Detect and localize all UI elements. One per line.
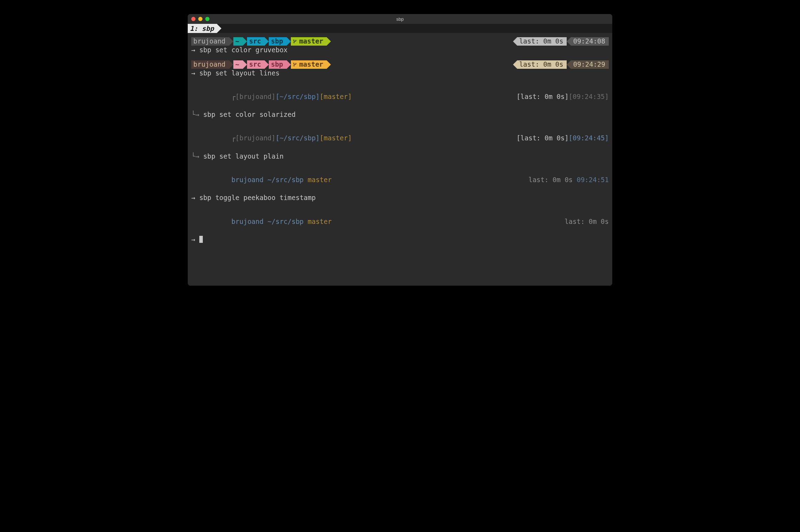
segment-user: [brujoand] xyxy=(235,93,275,100)
segment-home: ~ xyxy=(233,37,243,46)
segment-user: brujoand xyxy=(231,176,264,184)
segment-git-branch: master xyxy=(308,218,332,225)
segment-last-duration: [last: 0m 0s] xyxy=(516,93,569,100)
titlebar: sbp xyxy=(188,14,612,24)
command-text: sbp set layout lines xyxy=(199,69,280,77)
segment-last-duration: last: 0m 0s xyxy=(517,60,567,69)
command-line: → sbp set layout lines xyxy=(191,69,609,78)
prompt-block-3: ┌[brujoand][~/src/sbp][master] [last: 0m… xyxy=(191,125,609,161)
traffic-lights xyxy=(191,17,209,21)
segment-git-branch: [master] xyxy=(320,134,352,142)
command-line: → sbp toggle peekaboo timestamp xyxy=(191,193,609,202)
segment-clock: [09:24:45] xyxy=(569,134,609,142)
command-line: └→ sbp set color solarized xyxy=(191,110,609,119)
segment-last-duration: last: 0m 0s xyxy=(565,218,609,225)
tabbar: 1: sbp xyxy=(188,24,612,33)
prompt-right: last: 0m 0s 09:24:29 xyxy=(513,60,609,69)
minimize-icon[interactable] xyxy=(198,17,202,21)
segment-path: ~/src/sbp xyxy=(267,218,304,225)
prompt-arrow-icon: → xyxy=(191,194,195,201)
segment-user: brujoand xyxy=(191,60,229,69)
close-icon[interactable] xyxy=(191,17,195,21)
prompt-row: ┌[brujoand][~/src/sbp][master] [last: 0m… xyxy=(191,83,609,110)
prompt-block-2: ┌[brujoand][~/src/sbp][master] [last: 0m… xyxy=(191,83,609,119)
prompt-row: brujoand ~ src sbp master last: 0m 0s 09… xyxy=(191,60,609,69)
segment-user: brujoand xyxy=(231,218,264,225)
prompt-block-5: brujoand ~/src/sbp master last: 0m 0s → xyxy=(191,208,609,244)
segment-path-sbp: sbp xyxy=(269,60,286,69)
command-line: └→ sbp set layout plain xyxy=(191,152,609,161)
cursor-icon xyxy=(199,236,203,243)
segment-path-sbp: sbp xyxy=(269,37,286,46)
corner-arrow-icon: └→ xyxy=(191,152,199,160)
command-line[interactable]: → xyxy=(191,235,609,244)
segment-path-src: src xyxy=(247,60,265,69)
segment-git-branch: master xyxy=(291,60,327,69)
segment-clock: 09:24:29 xyxy=(571,60,609,69)
segment-last-duration: last: 0m 0s xyxy=(528,176,573,184)
segment-git-branch: [master] xyxy=(320,93,352,100)
corner-top-icon: ┌ xyxy=(231,134,235,142)
prompt-row: brujoand ~ src sbp master last: 0m 0s 09… xyxy=(191,37,609,46)
prompt-left: brujoand ~ src sbp master xyxy=(191,60,331,69)
command-text: sbp set color gruvebox xyxy=(199,46,288,54)
segment-path: [~/src/sbp] xyxy=(275,93,320,100)
segment-clock: 09:24:51 xyxy=(576,176,609,184)
prompt-left: brujoand ~ src sbp master xyxy=(191,37,331,46)
zoom-icon[interactable] xyxy=(205,17,209,21)
corner-arrow-icon: └→ xyxy=(191,111,199,118)
prompt-arrow-icon: → xyxy=(191,46,195,54)
prompt-block-4: brujoand ~/src/sbp master last: 0m 0s 09… xyxy=(191,166,609,202)
segment-path: [~/src/sbp] xyxy=(275,134,320,142)
segment-path-src: src xyxy=(247,37,265,46)
segment-git-branch: master xyxy=(308,176,332,184)
tab-label: 1: sbp xyxy=(190,25,214,32)
segment-path: ~/src/sbp xyxy=(267,176,304,184)
terminal-body[interactable]: brujoand ~ src sbp master last: 0m 0s 09… xyxy=(188,33,612,286)
prompt-block-1: brujoand ~ src sbp master last: 0m 0s 09… xyxy=(191,60,609,78)
command-line: → sbp set color gruvebox xyxy=(191,46,609,55)
command-text: sbp toggle peekaboo timestamp xyxy=(199,194,316,201)
window-title: sbp xyxy=(188,16,612,22)
segment-clock: 09:24:08 xyxy=(571,37,609,46)
segment-git-branch: master xyxy=(291,37,327,46)
git-branch-icon xyxy=(293,39,297,44)
prompt-row: ┌[brujoand][~/src/sbp][master] [last: 0m… xyxy=(191,125,609,152)
prompt-right: last: 0m 0s 09:24:08 xyxy=(513,37,609,46)
segment-last-duration: [last: 0m 0s] xyxy=(516,134,569,142)
command-text: sbp set layout plain xyxy=(203,152,284,160)
tab-sbp[interactable]: 1: sbp xyxy=(188,24,217,33)
prompt-arrow-icon: → xyxy=(191,69,195,77)
prompt-block-0: brujoand ~ src sbp master last: 0m 0s 09… xyxy=(191,37,609,55)
prompt-arrow-icon: → xyxy=(191,235,195,243)
segment-last-duration: last: 0m 0s xyxy=(517,37,567,46)
prompt-row: brujoand ~/src/sbp master last: 0m 0s 09… xyxy=(191,166,609,193)
segment-user: brujoand xyxy=(191,37,229,46)
prompt-row: brujoand ~/src/sbp master last: 0m 0s xyxy=(191,208,609,235)
corner-top-icon: ┌ xyxy=(231,93,235,100)
git-branch-icon xyxy=(293,62,297,67)
segment-clock: [09:24:35] xyxy=(569,93,609,100)
segment-user: [brujoand] xyxy=(235,134,275,142)
terminal-window: sbp 1: sbp brujoand ~ src sbp master xyxy=(188,14,612,286)
command-text: sbp set color solarized xyxy=(203,111,295,118)
segment-home: ~ xyxy=(233,60,243,69)
